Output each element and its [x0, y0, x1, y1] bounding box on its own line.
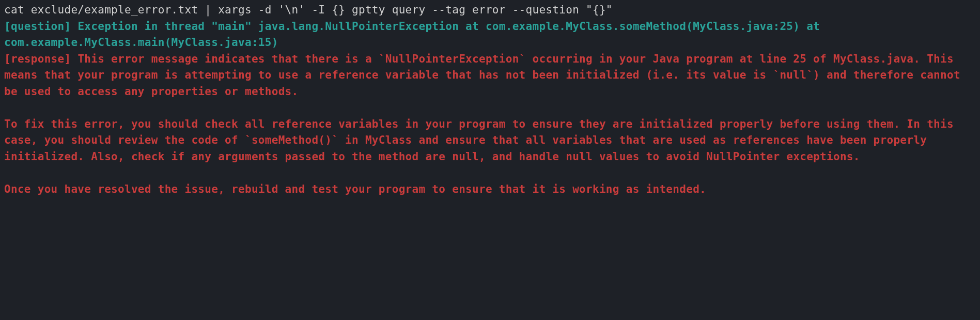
- question-label: [question]: [4, 20, 71, 33]
- command-line: cat exclude/example_error.txt | xargs -d…: [4, 4, 613, 16]
- response-label: [response]: [4, 53, 71, 65]
- question-text: Exception in thread "main" java.lang.Nul…: [4, 20, 827, 49]
- terminal-output[interactable]: cat exclude/example_error.txt | xargs -d…: [4, 2, 976, 197]
- response-text: This error message indicates that there …: [4, 53, 967, 195]
